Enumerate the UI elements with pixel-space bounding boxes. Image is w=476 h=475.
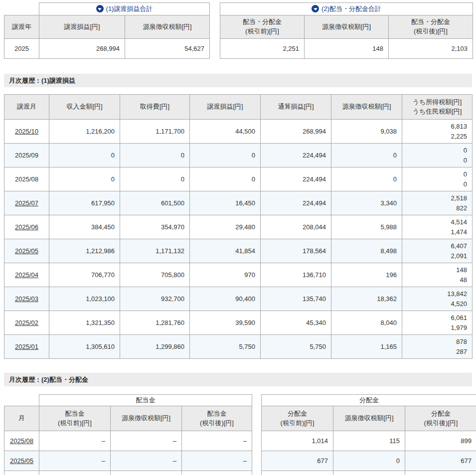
distribution-pretax-cell: 560 — [262, 471, 333, 475]
table-row: 2025/08 0 0 0 224,494 0 00 — [4, 167, 473, 191]
cost-cell: 1,281,760 — [120, 311, 190, 335]
dividend-posttax-cell: – — [182, 431, 252, 451]
cost-cell: 601,500 — [120, 191, 190, 215]
month-link[interactable]: 2025/05 — [10, 457, 33, 465]
resident-tax-value: 287 — [403, 347, 467, 357]
section-title-monthly-gain: 月次履歴：(1)譲渡損益 — [4, 74, 472, 87]
summary-gain-data-row: 2025 268,994 54,627 — [4, 39, 210, 59]
month-link[interactable]: 2025/08 — [10, 437, 33, 445]
cost-cell: 0 — [120, 167, 190, 191]
income-tax-value: 0 — [403, 146, 467, 156]
distribution-pretax-cell: 677 — [262, 451, 333, 471]
month-link[interactable]: 2025/05 — [15, 247, 38, 255]
corner-spacer — [4, 3, 39, 15]
month-link[interactable]: 2025/03 — [15, 295, 38, 303]
dividend-pretax-cell: – — [39, 471, 111, 475]
dividend-pretax-cell: – — [39, 451, 111, 471]
summary-gain-title-label: (1)譲渡損益合計 — [106, 5, 153, 12]
month-link[interactable]: 2025/02 — [15, 319, 38, 326]
column-header-withholding: 源泉徴収税額[円] — [305, 15, 389, 39]
gain-total-cell: 268,994 — [39, 39, 125, 59]
withholding-cell: 196 — [331, 263, 402, 287]
resident-tax-value: 822 — [403, 203, 467, 213]
cumulative-cell: 178,564 — [261, 239, 331, 263]
income-tax-value: 4,514 — [403, 217, 467, 227]
month-cell: 2025/03 — [4, 471, 39, 475]
cumulative-cell: 208,044 — [261, 215, 331, 239]
column-header-cumulative: 通算損益[円] — [261, 95, 331, 120]
month-link[interactable]: 2025/04 — [15, 271, 38, 279]
month-link[interactable]: 2025/07 — [15, 199, 38, 207]
dividend-withholding-cell: – — [111, 431, 182, 451]
column-header-withholding: 源泉徴収税額[円] — [331, 95, 402, 120]
gain-cell: 970 — [190, 263, 261, 287]
month-cell: 2025/08 — [4, 167, 49, 191]
collapse-down-arrow-icon[interactable] — [312, 5, 319, 12]
corner-spacer — [4, 395, 39, 406]
section-title-monthly-dividend: 月次履歴：(2)配当・分配金 — [4, 373, 472, 386]
dividend-pretax-cell: – — [39, 431, 111, 451]
column-header-gain: 譲渡損益[円] — [190, 95, 261, 120]
table-row: 2025/05 – – – — [4, 451, 252, 471]
tax-breakdown-cell: 6,0611,979 — [402, 311, 473, 335]
dividend-group-header: 配当金 — [39, 395, 252, 406]
month-cell: 2025/09 — [4, 144, 49, 167]
table-row: 2025/04 706,770 705,800 970 136,710 196 … — [4, 263, 473, 287]
resident-tax-value: 2,225 — [403, 132, 467, 142]
monthly-gain-table: 譲渡月 収入金額[円] 取得費[円] 譲渡損益[円] 通算損益[円] 源泉徴収税… — [4, 94, 473, 359]
tax-breakdown-cell: 14848 — [402, 263, 473, 287]
column-header-gain: 譲渡損益[円] — [39, 15, 125, 39]
withholding-cell: 5,988 — [331, 215, 402, 239]
income-cell: 617,950 — [49, 191, 120, 215]
column-header-tax-breakdown: うち所得税額[円] うち住民税額[円] — [402, 95, 473, 120]
income-tax-value: 6,061 — [403, 313, 467, 323]
income-tax-value: 6,407 — [403, 241, 467, 251]
tax-breakdown-cell: 2,518822 — [402, 191, 473, 215]
gain-cell: 5,750 — [190, 335, 261, 359]
month-cell: 2025/03 — [4, 287, 49, 311]
cumulative-cell: 224,494 — [261, 191, 331, 215]
table-row: 2025/09 0 0 0 224,494 0 00 — [4, 144, 473, 167]
withholding-cell: 8,498 — [331, 239, 402, 263]
table-row: 2025/06 384,450 354,970 29,480 208,044 5… — [4, 215, 473, 239]
cost-cell: 1,171,132 — [120, 239, 190, 263]
month-link[interactable]: 2025/01 — [15, 343, 38, 350]
distribution-withholding-cell: 0 — [333, 451, 405, 471]
column-header-withholding: 源泉徴収税額[円] — [125, 15, 210, 39]
column-header-income: 収入金額[円] — [49, 95, 120, 120]
gain-cell: 29,480 — [190, 215, 261, 239]
summary-dividend-table: (2)配当・分配金合計 配当・分配金 (税引前)[円] 源泉徴収税額[円] 配当… — [220, 2, 473, 59]
dividend-group-row: 配当金 — [4, 395, 252, 406]
resident-tax-value: 1,474 — [403, 227, 467, 237]
tax-breakdown-cell: 6,4072,091 — [402, 239, 473, 263]
distribution-pretax-cell: 1,014 — [262, 431, 333, 451]
income-tax-value: 878 — [403, 337, 467, 347]
month-cell: 2025/01 — [4, 335, 49, 359]
income-tax-value: 0 — [403, 169, 467, 179]
table-row: 2025/07 617,950 601,500 16,450 224,494 3… — [4, 191, 473, 215]
month-label: 2025/08 — [15, 175, 38, 183]
income-cell: 384,450 — [49, 215, 120, 239]
income-tax-value: 148 — [403, 265, 467, 275]
table-row: 2025/03 – – – — [4, 471, 252, 475]
month-link[interactable]: 2025/06 — [15, 223, 38, 231]
column-header-withholding: 源泉徴収税額[円] — [111, 406, 182, 431]
table-row: 1,014 115 899 — [262, 431, 476, 451]
cumulative-cell: 135,740 — [261, 287, 331, 311]
gain-cell: 90,400 — [190, 287, 261, 311]
income-cell: 1,023,100 — [49, 287, 120, 311]
month-cell: 2025/05 — [4, 239, 49, 263]
resident-tax-value: 48 — [403, 275, 467, 285]
gain-cell: 44,500 — [190, 120, 261, 144]
month-cell: 2025/02 — [4, 311, 49, 335]
income-cell: 1,216,200 — [49, 120, 120, 144]
income-cell: 1,305,610 — [49, 335, 120, 359]
cumulative-cell: 224,494 — [261, 144, 331, 167]
cumulative-cell: 224,494 — [261, 167, 331, 191]
dividend-pretax-cell: 2,251 — [220, 39, 305, 59]
distribution-table: 分配金 分配金 (税引前)[円] 源泉徴収税額[円] 分配金 (税引後)[円] … — [261, 394, 476, 475]
month-link[interactable]: 2025/10 — [15, 128, 38, 135]
collapse-down-arrow-icon[interactable] — [96, 5, 104, 12]
distribution-group-row: 分配金 — [262, 395, 476, 406]
dividend-table: 配当金 月 配当金 (税引前)[円] 源泉徴収税額[円] 配当金 (税引後)[円… — [4, 394, 252, 475]
